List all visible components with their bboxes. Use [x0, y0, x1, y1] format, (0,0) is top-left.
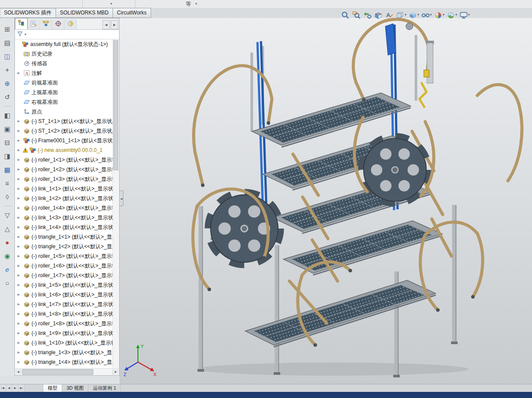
view-settings-button[interactable]: ▾ [459, 11, 470, 19]
tree-item[interactable]: ▶(-) link_1<6> (默认<<默认>_显示状态 1>) [15, 290, 113, 299]
tree-item[interactable]: ▶(-) link_1<1> (默认<<默认>_显示状态 1>) [15, 184, 113, 194]
dimxpertmanager-tab[interactable] [52, 19, 64, 29]
assembly-tool-icon-19[interactable]: ○ [2, 278, 13, 288]
expand-arrow-icon[interactable]: ▶ [15, 312, 23, 316]
filter-funnel-icon[interactable] [17, 31, 23, 39]
tab-circuitworks[interactable]: CircuitWorks [113, 8, 151, 18]
propertymanager-tab[interactable] [28, 19, 40, 29]
tree-item[interactable]: ▶(-) roller_1<5> (默认<<默认>_显示状态 1>) [15, 251, 113, 261]
chevron-down-icon[interactable]: ▾ [430, 13, 432, 17]
tree-item[interactable]: ▶(-) link_1<5> (默认<<默认>_显示状态 1>) [15, 280, 113, 290]
tree-item[interactable]: ▶(-) Frame0001_1<1> (默认<显示状态-1>) [15, 136, 113, 145]
expand-arrow-icon[interactable]: ▶ [15, 254, 23, 258]
assembly-tool-icon-13[interactable]: ◊ [2, 192, 13, 202]
assembly-tool-icon-16[interactable]: ● [2, 237, 13, 247]
view-orientation-button[interactable]: ▾ [395, 11, 407, 19]
display-style-button[interactable]: ▾ [408, 11, 419, 19]
expand-arrow-icon[interactable]: ▶ [15, 245, 23, 248]
assembly-tool-icon-8[interactable]: ▣ [2, 124, 13, 134]
tree-item[interactable]: 右视基准面 [15, 97, 113, 107]
assembly-tool-icon-17[interactable]: ◉ [2, 251, 13, 261]
tree-item[interactable]: ▶(-) triangle_1<1> (默认<<默认>_显示状 [15, 232, 113, 242]
tree-item[interactable]: 原点 [15, 107, 113, 116]
tab-solidworks-addins[interactable]: SOLIDWORKS 插件 [0, 8, 56, 18]
hscroll-left-button[interactable]: ◀ [15, 369, 21, 375]
expand-arrow-icon[interactable]: ▶ [15, 216, 23, 219]
expand-arrow-icon[interactable]: ▶ [15, 293, 23, 296]
expand-arrow-icon[interactable]: ▶ [15, 197, 23, 200]
previous-view-button[interactable] [363, 11, 372, 19]
tree-item[interactable]: ▶(-) link_1<10> (默认<<默认>_显示状态 1 [15, 338, 113, 348]
configurationmanager-tab[interactable] [40, 19, 52, 29]
vertical-scroll-thumb[interactable] [113, 40, 118, 170]
tree-item[interactable]: ▶(-) roller_1<7> (默认<<默认>_显示状态 1>) [15, 271, 113, 280]
assembly-tool-icon-12[interactable]: ≡ [2, 178, 13, 188]
tree-item[interactable]: ▶(-) roller_1<4> (默认<<默认>_显示状态 1>) [15, 203, 113, 213]
section-view-button[interactable] [373, 11, 383, 19]
model-canvas[interactable] [120, 18, 532, 384]
chevron-down-icon[interactable]: ▾ [443, 13, 444, 17]
assembly-tool-icon-14[interactable]: ▽ [2, 210, 13, 220]
expand-arrow-icon[interactable]: ▶ [15, 331, 23, 335]
dynamic-annotation-views-button[interactable]: A [384, 11, 394, 19]
expand-arrow-icon[interactable]: ▶ [15, 120, 23, 123]
chevron-down-icon[interactable]: ▾ [417, 13, 419, 17]
tree-item[interactable]: ▶(-) triangle_1<4> (默认<<默认>_显示状 [15, 357, 113, 367]
assembly-tool-icon-5[interactable]: ⊕ [2, 78, 13, 88]
hide-show-items-button[interactable]: ▾ [421, 11, 432, 19]
tree-item[interactable]: 前视基准面 [15, 78, 113, 88]
panel-tab-scroll-right[interactable]: ▶ [111, 20, 118, 29]
expand-arrow-icon[interactable]: ▶ [15, 303, 23, 306]
sheet-nav-button-3[interactable]: ▶ [12, 384, 18, 392]
expand-arrow-icon[interactable]: ▶ [15, 129, 23, 133]
chevron-down-icon[interactable]: ▾ [455, 13, 457, 17]
tree-root-item[interactable]: assembly full (默认<显示状态-1>) [15, 39, 113, 49]
expand-arrow-icon[interactable]: ▶ [15, 158, 23, 162]
tree-vertical-scrollbar[interactable] [113, 39, 119, 368]
filter-caret-icon[interactable]: ▾ [25, 33, 26, 36]
tree-item[interactable]: ▶(-) ST_1<1> (默认<<默认>_显示状态 1>) [15, 116, 113, 126]
edit-appearance-button[interactable]: ▾ [433, 11, 445, 19]
expand-arrow-icon[interactable]: ▶ [15, 341, 23, 345]
tree-item[interactable]: ▶(-) link_1<3> (默认<<默认>_显示状态 1>) [15, 213, 113, 222]
assembly-tool-icon-3[interactable]: ◫ [2, 51, 13, 61]
tree-item[interactable]: ▶(-) roller_1<2> (默认<<默认>_显示状态 1>) [15, 165, 113, 174]
assembly-tool-icon-10[interactable]: ◨ [2, 151, 13, 161]
expand-arrow-icon[interactable]: ▶ [15, 206, 23, 210]
expand-arrow-icon[interactable]: ▶ [15, 360, 23, 364]
tree-item[interactable]: ▶(-) link_1<8> (默认<<默认>_显示状态 1>) [15, 309, 113, 319]
assembly-tool-icon-6[interactable]: ↺ [2, 92, 13, 102]
sheet-nav-button-1[interactable]: |◀ [0, 384, 6, 392]
tree-item[interactable]: ▶(-) link_1<4> (默认<<默认>_显示状态 1>) [15, 222, 113, 232]
zoom-to-area-button[interactable] [352, 11, 361, 19]
panel-collapse-handle[interactable]: ◀ [120, 190, 123, 206]
sheet-nav-button-4[interactable]: ▶| [18, 384, 25, 392]
dropdown-caret-icon[interactable]: ▾ [195, 2, 197, 6]
expand-arrow-icon[interactable]: ▶ [15, 71, 23, 75]
document-tab-模型[interactable]: 模型 [43, 384, 62, 392]
tree-item[interactable]: ▶(-) roller_1<3> (默认<<默认>_显示状态 1>) [15, 174, 113, 184]
expand-arrow-icon[interactable]: ▶ [15, 148, 23, 152]
chevron-down-icon[interactable]: ▾ [405, 13, 406, 17]
expand-arrow-icon[interactable]: ▶ [15, 322, 23, 325]
tree-item[interactable]: ▶(-) roller_1<6> (默认<<默认>_显示状态 1>) [15, 261, 113, 271]
expand-arrow-icon[interactable]: ▶ [15, 351, 23, 354]
assembly-tool-icon-2[interactable]: ▤ [2, 38, 13, 48]
expand-arrow-icon[interactable]: ▶ [15, 283, 23, 287]
expand-arrow-icon[interactable]: ▶ [15, 225, 23, 229]
assembly-tool-icon-9[interactable]: ⊟ [2, 137, 13, 148]
featuremanager-tab[interactable] [15, 18, 28, 29]
tree-item[interactable]: ▶(-) link_1<2> (默认<<默认>_显示状态 1>) [15, 194, 113, 203]
expand-arrow-icon[interactable]: ▶ [15, 139, 23, 142]
tree-horizontal-scrollbar[interactable]: ◀ ▶ [15, 368, 119, 375]
assembly-tool-icon-18[interactable]: e [2, 264, 13, 275]
assembly-tool-icon-4[interactable]: ⌖ [2, 65, 13, 75]
assembly-tool-icon-1[interactable]: ⊞ [2, 24, 13, 34]
expand-arrow-icon[interactable]: ▶ [15, 264, 23, 268]
hscroll-right-button[interactable]: ▶ [113, 369, 119, 375]
zoom-to-fit-button[interactable] [341, 11, 350, 19]
tree-item[interactable]: 历史记录 [15, 49, 113, 59]
tab-solidworks-mbd[interactable]: SOLIDWORKS MBD [56, 8, 113, 18]
tree-item[interactable]: ▶(-) ST_1<2> (默认<<默认>_显示状态 1>) [15, 126, 113, 136]
tree-item[interactable]: ▶A注解 [15, 68, 113, 78]
